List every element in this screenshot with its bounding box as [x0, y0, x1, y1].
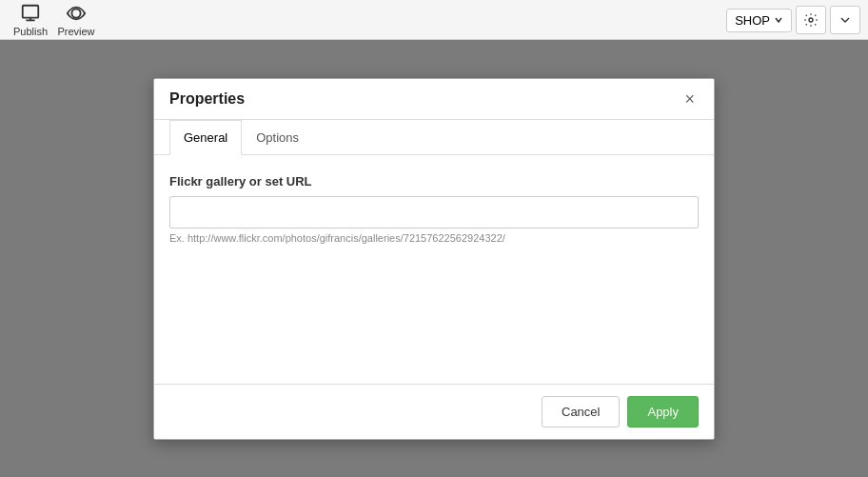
- publish-button[interactable]: Publish: [8, 0, 53, 40]
- tab-general[interactable]: General: [169, 120, 242, 155]
- modal-title: Properties: [169, 90, 245, 108]
- modal-header: Properties ×: [154, 79, 714, 120]
- properties-modal: Properties × General Options Flickr gall…: [153, 78, 715, 440]
- modal-close-button[interactable]: ×: [681, 90, 699, 108]
- shop-dropdown[interactable]: SHOP: [726, 9, 792, 32]
- preview-button[interactable]: Preview: [53, 0, 99, 40]
- cancel-button[interactable]: Cancel: [542, 396, 620, 427]
- modal-footer: Cancel Apply: [154, 384, 714, 439]
- flickr-url-input[interactable]: [169, 196, 699, 229]
- canvas-area: Properties × General Options Flickr gall…: [0, 40, 868, 477]
- flickr-url-label: Flickr gallery or set URL: [169, 174, 699, 189]
- svg-point-1: [71, 9, 80, 17]
- tabs-container: General Options: [154, 120, 714, 155]
- tab-options[interactable]: Options: [242, 120, 313, 155]
- publish-label: Publish: [13, 26, 48, 37]
- right-toolbar-area: SHOP: [726, 0, 868, 40]
- gear-icon: [803, 12, 819, 28]
- settings-button[interactable]: [796, 6, 826, 34]
- chevron-down-icon: [774, 15, 783, 25]
- flickr-url-hint: Ex. http://www.flickr.com/photos/gifranc…: [169, 232, 699, 244]
- shop-label: SHOP: [735, 13, 770, 28]
- svg-point-2: [809, 18, 813, 22]
- modal-overlay: Properties × General Options Flickr gall…: [0, 40, 868, 477]
- top-toolbar: Publish Preview SHOP: [0, 0, 868, 40]
- preview-label: Preview: [57, 26, 94, 37]
- more-button[interactable]: [830, 6, 860, 34]
- modal-body: Flickr gallery or set URL Ex. http://www…: [154, 155, 714, 384]
- svg-rect-0: [23, 5, 39, 17]
- apply-button[interactable]: Apply: [627, 396, 699, 427]
- chevron-down-icon: [838, 12, 853, 28]
